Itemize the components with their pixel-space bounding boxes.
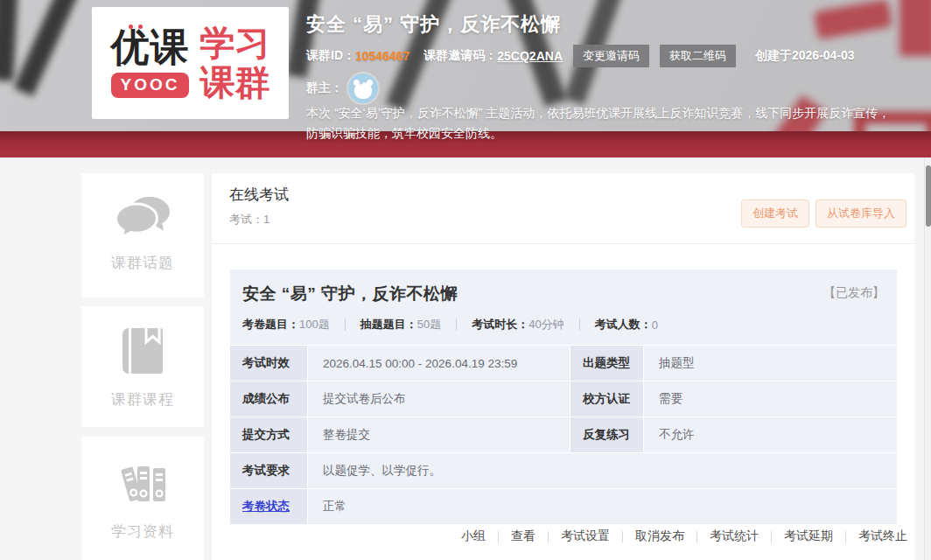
stat-value: 0 — [652, 318, 658, 332]
stat-label: 考卷题目： — [242, 317, 299, 332]
course-group-meta: 课群ID：10546467 课群邀请码：25CQ2ANA 变更邀请码 获取二维码… — [306, 45, 855, 67]
detail-label: 反复练习 — [570, 417, 643, 452]
action-separator — [771, 531, 772, 542]
action-view[interactable]: 查看 — [511, 528, 536, 544]
detail-label: 考试要求 — [230, 453, 307, 488]
logo-line1: 学习 — [200, 24, 270, 63]
exam-status-badge: 【已发布】 — [823, 283, 885, 301]
detail-value: 抽题型 — [644, 346, 897, 381]
description-line-2: 防骗识骗技能，筑牢校园安全防线。 — [306, 123, 931, 144]
sidebar-item-courses[interactable]: 课群课程 — [81, 306, 204, 427]
detail-value: 不允许 — [644, 417, 897, 452]
owner-label: 群主： — [306, 80, 343, 96]
action-group[interactable]: 小组 — [461, 528, 486, 544]
exam-card: 安全 “易” 守护，反诈不松懈 【已发布】 考卷题目：100题 抽题题目：50题… — [230, 270, 897, 524]
detail-label: 考试时效 — [230, 346, 307, 381]
exam-card-head: 安全 “易” 守护，反诈不松懈 【已发布】 — [230, 270, 897, 305]
scrollbar-thumb[interactable] — [926, 165, 931, 227]
invite-code-link[interactable]: 25CQ2ANA — [497, 49, 563, 63]
banner-decor-red — [814, 0, 892, 39]
detail-value: 以题促学、以学促行。 — [308, 453, 897, 488]
created-date: 创建于2026-04-03 — [755, 48, 855, 64]
action-exam-terminate[interactable]: 考试终止 — [858, 528, 907, 544]
panel-divider — [212, 243, 914, 244]
yooc-logo: 优课 YOOC 学习 课群 — [92, 7, 289, 119]
stat-separator — [579, 318, 580, 331]
course-group-title: 安全 “易” 守护，反诈不松懈 — [306, 11, 561, 38]
detail-label: 提交方式 — [230, 417, 307, 452]
logo-left: 优课 YOOC — [111, 28, 190, 98]
action-separator — [498, 531, 499, 542]
action-exam-extend[interactable]: 考试延期 — [784, 528, 833, 544]
avatar-mark-icon: × — [359, 79, 363, 87]
sidebar-item-materials[interactable]: 学习资料 — [81, 437, 204, 560]
binders-icon — [116, 459, 170, 508]
change-invite-code-button[interactable]: 变更邀请码 — [573, 45, 649, 67]
action-exam-statistics[interactable]: 考试统计 — [710, 528, 759, 544]
description-line-1: 本次 “安全‘易’守护，反诈不松懈” 主题活动，依托易班优课开展线上反诈知识竞赛… — [306, 103, 931, 123]
detail-value: 正常 — [308, 489, 897, 524]
action-exam-settings[interactable]: 考试设置 — [561, 528, 610, 544]
course-group-description: 本次 “安全‘易’守护，反诈不松懈” 主题活动，依托易班优课开展线上反诈知识竞赛… — [306, 103, 931, 144]
action-separator — [696, 531, 697, 542]
group-owner-row: 群主： × — [306, 74, 378, 103]
stat-separator — [345, 318, 346, 331]
exam-actions-row: 小组 查看 考试设置 取消发布 考试统计 考试延期 考试终止 — [461, 528, 907, 544]
get-qrcode-button[interactable]: 获取二维码 — [660, 45, 736, 67]
detail-label: 成绩公布 — [230, 382, 307, 416]
create-exam-button[interactable]: 创建考试 — [741, 200, 809, 228]
import-from-bank-button[interactable]: 从试卷库导入 — [816, 200, 906, 228]
banner-decor-red — [900, 0, 931, 56]
action-separator — [622, 531, 623, 542]
course-group-banner: 优课 YOOC 学习 课群 安全 “易” 守护，反诈不松懈 课群ID：10546… — [0, 0, 931, 158]
online-exam-panel: 在线考试 考试：1 创建考试 从试卷库导入 安全 “易” 守护，反诈不松懈 【已… — [212, 173, 914, 560]
detail-value: 整卷提交 — [308, 417, 570, 452]
sidebar-item-topics[interactable]: 课群话题 — [81, 173, 204, 298]
sidebar: 课群话题 课群课程 学习资料 — [81, 173, 204, 560]
book-icon — [118, 326, 167, 376]
stat-label: 考试时长： — [472, 317, 528, 332]
logo-line2: 课群 — [200, 63, 270, 102]
owner-avatar[interactable]: × — [348, 74, 378, 103]
stat-separator — [456, 318, 457, 331]
exam-paper-status-link[interactable]: 考卷状态 — [242, 499, 290, 514]
stat-label: 考试人数： — [595, 317, 652, 332]
action-separator — [845, 531, 846, 542]
logo-right: 学习 课群 — [200, 24, 270, 102]
logo-cn-text: 优课 — [111, 28, 190, 66]
detail-value: 需要 — [644, 382, 897, 416]
action-separator — [548, 531, 549, 542]
exam-stats-row: 考卷题目：100题 抽题题目：50题 考试时长：40分钟 考试人数：0 — [242, 317, 897, 332]
exam-title: 安全 “易” 守护，反诈不松懈 — [242, 283, 458, 305]
detail-label: 校方认证 — [570, 382, 643, 416]
exam-count: 考试：1 — [229, 212, 270, 228]
detail-value: 2026.04.15 00:00 - 2026.04.19 23:59 — [308, 346, 570, 381]
stat-value: 50题 — [417, 317, 441, 332]
chat-bubbles-icon — [115, 196, 171, 240]
action-unpublish[interactable]: 取消发布 — [635, 528, 684, 544]
scrollbar-track[interactable] — [924, 158, 931, 560]
stat-label: 抽题题目： — [360, 317, 417, 332]
sidebar-item-label: 学习资料 — [111, 522, 174, 542]
sidebar-item-label: 课群话题 — [111, 253, 174, 273]
logo-red-dots-icon — [129, 24, 143, 29]
detail-label: 出题类型 — [570, 346, 643, 381]
exam-detail-table: 考试时效 2026.04.15 00:00 - 2026.04.19 23:59… — [230, 345, 897, 524]
section-title: 在线考试 — [229, 185, 289, 205]
logo-yooc-pill: YOOC — [111, 73, 190, 98]
group-id-label: 课群ID： — [306, 48, 355, 64]
banner-decor-stroke — [14, 0, 81, 96]
group-id-value: 10546467 — [355, 49, 410, 63]
banner-decor-stroke — [0, 0, 18, 81]
sidebar-item-label: 课群课程 — [111, 389, 174, 410]
invite-code-label: 课群邀请码： — [424, 48, 497, 64]
stat-value: 100题 — [299, 317, 330, 332]
detail-value: 提交试卷后公布 — [308, 382, 570, 416]
stat-value: 40分钟 — [528, 317, 564, 332]
